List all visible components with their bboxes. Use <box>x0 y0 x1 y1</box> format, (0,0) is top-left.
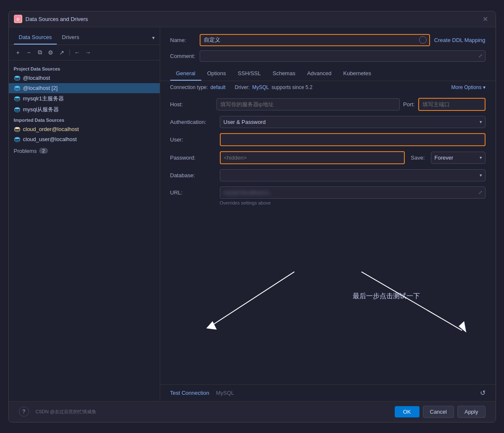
driver-since: supports since 5.2 <box>272 84 312 90</box>
fields-section: Host: Port: Authentication: User & Passw… <box>160 94 496 214</box>
copy-datasource-button[interactable]: ⧉ <box>35 47 45 58</box>
svg-point-6 <box>15 127 20 129</box>
list-item[interactable]: cloud_order@localhost <box>9 124 160 134</box>
url-input[interactable] <box>220 187 476 198</box>
annotation-area: 最后一步点击测试一下 <box>160 214 496 384</box>
host-port-row: Host: Port: <box>170 98 486 111</box>
section-project-label: Project Data Sources <box>9 64 160 73</box>
list-item-label: @localhost [2] <box>23 85 58 91</box>
expand-icon[interactable]: ⤢ <box>476 51 485 60</box>
tab-drivers[interactable]: Drivers <box>57 31 84 45</box>
list-item[interactable]: @localhost <box>9 73 160 83</box>
problems-label: Problems <box>14 148 37 154</box>
tab-ssh-ssl[interactable]: SSH/SSL <box>232 67 267 81</box>
tab-kubernetes[interactable]: Kubernetes <box>338 67 377 81</box>
nav-tabs: General Options SSH/SSL Schemas Advanced… <box>160 67 496 81</box>
conn-type-value: default <box>211 84 226 90</box>
driver-name-label: MySQL <box>216 390 234 396</box>
database-label: Database: <box>170 172 216 178</box>
window-title: Data Sources and Drivers <box>26 16 477 22</box>
list-item[interactable]: mysqlr1主服务器 <box>9 93 160 104</box>
left-tabs-header: Data Sources Drivers ▾ <box>9 27 160 45</box>
right-panel: Name: Create DDL Mapping Comment: ⤢ <box>160 27 496 401</box>
export-button[interactable]: ↗ <box>57 47 67 58</box>
auth-select[interactable]: User & Password No auth Password <box>220 116 486 128</box>
svg-point-3 <box>15 86 20 88</box>
password-row: Password: Save: Forever Never Until rest… <box>170 151 486 164</box>
more-options-button[interactable]: More Options ▾ <box>451 84 485 90</box>
toolbar-separator <box>69 49 70 56</box>
db-icon <box>14 136 21 143</box>
db-icon <box>14 85 21 92</box>
ok-button[interactable]: OK <box>395 406 420 417</box>
auth-label: Authentication: <box>170 119 216 125</box>
comment-row: Comment: ⤢ <box>170 50 486 62</box>
test-connection-button[interactable]: Test Connection <box>170 390 209 396</box>
svg-line-8 <box>210 272 294 326</box>
db-icon <box>14 126 21 133</box>
watermark-text: CSDN @去过后宫的忙情咸鱼 <box>36 409 96 415</box>
comment-input[interactable] <box>200 51 476 61</box>
forward-button[interactable]: → <box>83 47 93 58</box>
conn-type-label: Connection type: <box>170 84 208 90</box>
list-item[interactable]: cloud_user@localhost <box>9 134 160 144</box>
help-button[interactable]: ? <box>19 407 29 417</box>
name-label: Name: <box>170 37 195 43</box>
close-button[interactable]: ✕ <box>480 14 491 24</box>
remove-datasource-button[interactable]: − <box>24 47 34 58</box>
name-row: Name: Create DDL Mapping <box>170 34 486 46</box>
host-label: Host: <box>170 101 216 108</box>
port-input[interactable] <box>418 98 486 111</box>
tab-schemas[interactable]: Schemas <box>267 67 301 81</box>
tab-general[interactable]: General <box>170 67 201 81</box>
tab-advanced[interactable]: Advanced <box>301 67 338 81</box>
save-select[interactable]: Forever Never Until restart <box>431 152 486 164</box>
back-button[interactable]: ← <box>72 47 82 58</box>
svg-line-10 <box>361 272 462 331</box>
left-toolbar: + − ⧉ ⚙ ↗ ← → <box>9 45 160 60</box>
list-item[interactable]: @localhost [2] <box>9 83 160 93</box>
annotation-text: 最后一步点击测试一下 <box>353 292 420 301</box>
name-input[interactable] <box>201 35 419 45</box>
url-input-wrap: ⤢ <box>220 186 486 199</box>
annotation-arrows <box>160 214 496 384</box>
list-item-label: cloud_order@localhost <box>23 126 79 132</box>
tab-options[interactable]: Options <box>201 67 232 81</box>
cancel-button[interactable]: Cancel <box>423 406 454 418</box>
svg-text:D: D <box>16 17 19 21</box>
list-item-label: cloud_user@localhost <box>23 136 77 142</box>
chevron-down-icon: ▾ <box>483 84 486 90</box>
list-item-label: @localhost <box>23 75 50 81</box>
main-content: Data Sources Drivers ▾ + − ⧉ ⚙ ↗ ← → Pro… <box>9 27 496 401</box>
url-hint: Overrides settings above <box>170 200 486 205</box>
comment-input-wrap: ⤢ <box>200 50 486 62</box>
svg-marker-9 <box>206 321 216 329</box>
svg-point-2 <box>15 76 20 78</box>
host-input[interactable] <box>216 98 400 110</box>
apply-button[interactable]: Apply <box>457 406 486 418</box>
list-item[interactable]: mysql从服务器 <box>9 104 160 115</box>
db-icon <box>14 95 21 102</box>
list-item-label: mysqlr1主服务器 <box>23 95 64 102</box>
tabs-dropdown-icon[interactable]: ▾ <box>152 35 155 41</box>
list-item-label: mysql从服务器 <box>23 106 59 113</box>
tab-data-sources[interactable]: Data Sources <box>14 31 57 45</box>
add-datasource-button[interactable]: + <box>13 47 23 58</box>
name-input-wrap <box>200 34 430 46</box>
expand-icon[interactable]: ⤢ <box>476 187 485 198</box>
reset-button[interactable]: ↺ <box>480 389 486 397</box>
password-input[interactable] <box>220 151 405 164</box>
conn-info-bar: Connection type: default Driver: MySQL s… <box>160 81 496 94</box>
svg-point-5 <box>15 107 20 109</box>
dialog-bottom: ? CSDN @去过后宫的忙情咸鱼 OK Cancel Apply <box>9 401 496 422</box>
auth-select-wrap: User & Password No auth Password ▾ <box>220 116 486 128</box>
driver-value: MySQL <box>252 84 269 90</box>
database-select[interactable] <box>220 169 486 181</box>
left-panel: Data Sources Drivers ▾ + − ⧉ ⚙ ↗ ← → Pro… <box>9 27 160 401</box>
user-row: User: <box>170 133 486 146</box>
settings-button[interactable]: ⚙ <box>46 47 56 58</box>
database-row: Database: ▾ <box>170 169 486 181</box>
create-ddl-link[interactable]: Create DDL Mapping <box>434 37 486 43</box>
problems-badge: 2 <box>39 148 47 154</box>
user-input[interactable] <box>220 133 486 146</box>
